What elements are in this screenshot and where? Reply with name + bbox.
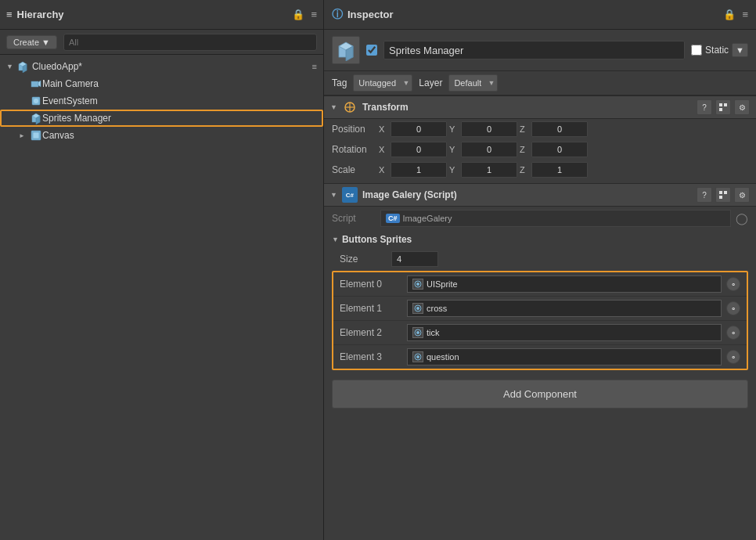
element-2-sprite-icon <box>412 327 423 338</box>
layer-label: Layer <box>419 77 442 88</box>
sprites-manager-cube-icon <box>30 112 42 124</box>
item-label: EventSystem <box>42 95 98 106</box>
element-row: Element 1 cross ⚬ <box>333 297 747 321</box>
svg-rect-11 <box>33 132 39 139</box>
gameobject-header: Static ▼ <box>324 30 756 71</box>
root-arrow-icon: ▼ <box>6 63 13 70</box>
item-label: Main Camera <box>42 78 99 89</box>
script-gear-button[interactable]: ⚙ <box>734 187 750 203</box>
scale-z-input[interactable] <box>531 162 588 178</box>
element-2-select-button[interactable]: ⚬ <box>726 326 740 340</box>
tag-label: Tag <box>332 77 347 88</box>
script-collapse-arrow-icon: ▼ <box>330 191 337 199</box>
svg-rect-23 <box>719 196 722 199</box>
svg-rect-18 <box>719 103 722 106</box>
rotation-row: Rotation X Y Z <box>324 139 756 160</box>
script-help-button[interactable]: ? <box>697 187 712 203</box>
add-component-button[interactable]: Add Component <box>332 380 748 409</box>
gameobject-name-input[interactable] <box>383 41 685 59</box>
transform-gear-button[interactable]: ⚙ <box>734 99 750 115</box>
transform-title: Transform <box>362 102 409 113</box>
element-1-value-field[interactable]: cross <box>407 300 722 317</box>
static-checkbox[interactable] <box>691 45 702 56</box>
rotation-y-input[interactable] <box>461 142 517 157</box>
hierarchy-title-text: Hierarchy <box>17 9 64 20</box>
inspector-menu-icon[interactable]: ≡ <box>742 9 748 20</box>
tag-select[interactable]: Untagged <box>353 74 412 92</box>
script-section-buttons: ? ⚙ <box>697 187 750 203</box>
script-row: Script C# ImageGalery ◯ <box>324 207 756 230</box>
tag-layer-row: Tag Untagged ▼ Layer Default ▼ <box>324 71 756 95</box>
svg-point-31 <box>416 355 419 358</box>
svg-rect-21 <box>719 191 722 194</box>
inspector-content: Static ▼ Tag Untagged ▼ Layer Default ▼ <box>324 30 756 540</box>
gameobject-active-checkbox[interactable] <box>366 45 377 56</box>
element-0-select-button[interactable]: ⚬ <box>726 277 740 291</box>
transform-section-header[interactable]: ▼ Transform ? ⚙ <box>324 95 756 119</box>
element-1-select-button[interactable]: ⚬ <box>726 301 740 315</box>
element-3-sprite-name: question <box>427 352 459 362</box>
buttons-sprites-header[interactable]: ▼ Buttons Sprites <box>324 230 756 249</box>
buttons-sprites-arrow-icon: ▼ <box>332 236 339 243</box>
svg-rect-19 <box>724 103 727 106</box>
element-3-value-field[interactable]: question <box>407 348 722 365</box>
script-field-label: Script <box>332 213 376 224</box>
svg-rect-22 <box>724 191 727 194</box>
element-0-value-field[interactable]: UISprite <box>407 275 722 293</box>
scale-x-label: X <box>379 165 388 175</box>
rotation-z-input[interactable] <box>531 142 588 157</box>
script-settings-icon[interactable]: ◯ <box>736 212 748 225</box>
sprites-manager-item[interactable]: Sprites Manager <box>0 110 323 127</box>
create-button[interactable]: Create ▼ <box>6 35 57 49</box>
gameobject-cube-icon <box>335 39 357 61</box>
inspector-lock-icon[interactable]: 🔒 <box>723 9 736 20</box>
script-cs-badge: C# <box>342 187 358 203</box>
rotation-x-label: X <box>379 145 388 154</box>
svg-point-25 <box>416 283 419 286</box>
lock-icon[interactable]: 🔒 <box>292 9 304 20</box>
element-2-sprite-name: tick <box>427 328 440 337</box>
script-layout-button[interactable] <box>715 187 731 203</box>
hierarchy-title: ≡ Hierarchy <box>6 9 64 20</box>
hierarchy-menu-icon[interactable]: ≡ <box>311 9 317 20</box>
svg-point-29 <box>416 331 419 334</box>
create-label: Create <box>13 38 39 47</box>
rotation-label: Rotation <box>332 144 376 155</box>
search-input[interactable] <box>63 34 317 51</box>
element-1-sprite-name: cross <box>427 304 447 313</box>
hierarchy-root-item[interactable]: ▼ CluedoApp* ≡ <box>0 58 323 75</box>
list-item[interactable]: ► Canvas <box>0 127 323 144</box>
svg-rect-20 <box>719 108 722 111</box>
position-y-input[interactable] <box>461 121 517 137</box>
scale-x-input[interactable] <box>391 162 447 178</box>
layer-select[interactable]: Default <box>448 74 498 92</box>
hierarchy-icon: ≡ <box>6 9 13 20</box>
rotation-y-label: Y <box>449 145 459 154</box>
buttons-sprites-title: Buttons Sprites <box>342 234 412 245</box>
gameobject-icon-box <box>332 36 360 64</box>
transform-help-button[interactable]: ? <box>697 99 712 115</box>
position-z-input[interactable] <box>531 121 588 137</box>
size-input[interactable] <box>391 251 438 267</box>
root-menu-icon[interactable]: ≡ <box>312 62 317 71</box>
static-dropdown-button[interactable]: ▼ <box>732 43 748 57</box>
list-item[interactable]: Main Camera <box>0 75 323 92</box>
rotation-xyz-group: X Y Z <box>379 142 748 157</box>
position-row: Position X Y Z <box>324 119 756 139</box>
script-section-header[interactable]: ▼ C# Image Galery (Script) ? ⚙ <box>324 183 756 207</box>
item-label: Canvas <box>42 130 74 141</box>
script-cs-icon: C# <box>386 214 400 223</box>
script-value-field[interactable]: C# ImageGalery <box>380 210 731 227</box>
element-3-sprite-icon <box>412 351 423 362</box>
list-item[interactable]: EventSystem <box>0 92 323 110</box>
svg-rect-3 <box>31 81 38 87</box>
size-row: Size <box>324 249 756 269</box>
element-3-label: Element 3 <box>340 351 402 362</box>
scale-y-input[interactable] <box>461 162 517 178</box>
position-x-input[interactable] <box>391 121 447 137</box>
rotation-x-input[interactable] <box>391 142 447 157</box>
transform-layout-button[interactable] <box>715 99 731 115</box>
element-2-value-field[interactable]: tick <box>407 324 722 341</box>
element-3-select-button[interactable]: ⚬ <box>726 350 740 364</box>
svg-point-27 <box>416 307 419 310</box>
